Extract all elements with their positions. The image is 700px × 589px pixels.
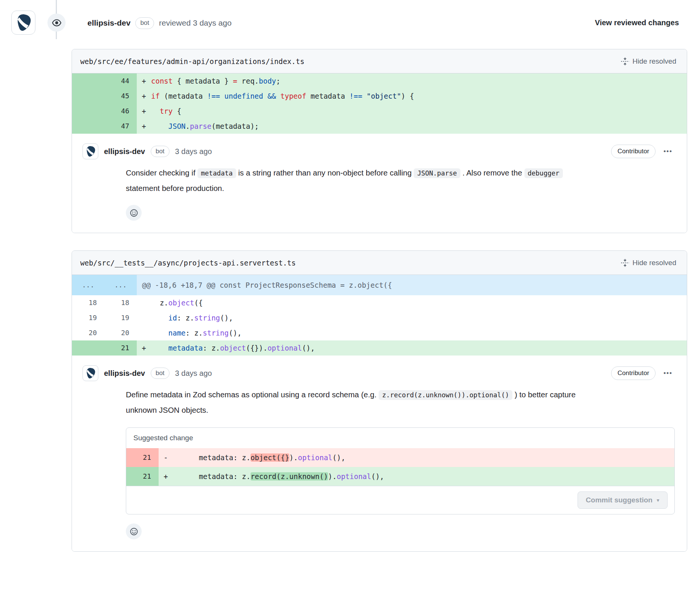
hide-resolved-button[interactable]: Hide resolved <box>619 258 679 267</box>
new-line-number[interactable]: 21 <box>104 340 137 356</box>
file-header: web/src/ee/features/admin-api/organizati… <box>72 49 687 73</box>
ellipsis-logo-icon <box>84 367 96 379</box>
line-number[interactable]: 21 <box>126 467 159 486</box>
diff-line-46: 46 + try { <box>72 104 687 119</box>
diff-line-47: 47 + JSON.parse(metadata); <box>72 119 687 134</box>
diff-marker: + <box>137 104 151 119</box>
review-meta: reviewed 3 days ago <box>159 18 232 27</box>
comment-body: Consider checking if metadata is a strin… <box>126 165 576 196</box>
diff-line-18: 18 18 z.object({ <box>72 295 687 310</box>
new-line-number[interactable]: 19 <box>104 310 137 325</box>
diff-marker: + <box>137 119 151 134</box>
new-line-number[interactable]: 45 <box>104 89 137 104</box>
file-path[interactable]: web/src/ee/features/admin-api/organizati… <box>80 57 304 66</box>
contributor-badge: Contributor <box>611 145 656 159</box>
new-line-number[interactable]: 47 <box>104 119 137 134</box>
comment-author[interactable]: ellipsis-dev <box>104 369 145 378</box>
file-header: web/src/__tests__/async/projects-api.ser… <box>72 251 687 275</box>
code-line: JSON.parse(metadata); <box>151 119 687 134</box>
suggestion-added-line: 21 + metadata: z.record(z.unknown()).opt… <box>126 467 674 486</box>
old-line-number[interactable] <box>72 89 104 104</box>
diff-marker <box>137 325 151 340</box>
reviewer-name[interactable]: ellipsis-dev <box>87 18 130 27</box>
file-path[interactable]: web/src/__tests__/async/projects-api.ser… <box>80 259 296 267</box>
diff-line-21: 21 + metadata: z.object({}).optional(), <box>72 340 687 356</box>
review-event-header: ellipsis-dev bot reviewed 3 days ago <box>87 17 232 29</box>
old-line-number[interactable]: 18 <box>72 295 104 310</box>
diff-marker: + <box>137 89 151 104</box>
comment-avatar[interactable] <box>83 365 98 381</box>
commit-suggestion-label: Commit suggestion <box>586 496 653 504</box>
code-line: z.object({ <box>151 295 687 310</box>
comment-timestamp[interactable]: 3 days ago <box>175 147 212 156</box>
suggestion-deleted-line: 21 - metadata: z.object({}).optional(), <box>126 448 674 467</box>
view-reviewed-changes-link[interactable]: View reviewed changes <box>593 18 681 27</box>
new-line-number[interactable]: 18 <box>104 295 137 310</box>
new-line-number[interactable]: 20 <box>104 325 137 340</box>
diff-line-45: 45 + if (metadata !== undefined && typeo… <box>72 89 687 104</box>
contributor-badge: Contributor <box>611 366 656 380</box>
ellipsis-logo-icon <box>14 13 33 32</box>
hunk-header-row: ... ... @@ -18,6 +18,7 @@ const ProjectR… <box>72 275 687 295</box>
kebab-menu-icon[interactable]: ••• <box>661 146 675 157</box>
diff-block: ... ... @@ -18,6 +18,7 @@ const ProjectR… <box>72 275 687 356</box>
commit-suggestion-button[interactable]: Commit suggestion ▾ <box>578 491 668 509</box>
diff-marker: - <box>159 448 173 467</box>
old-line-number[interactable] <box>72 340 104 356</box>
comment-author[interactable]: ellipsis-dev <box>104 147 145 156</box>
diff-marker <box>137 310 151 325</box>
comment-timestamp[interactable]: 3 days ago <box>175 369 212 378</box>
review-thread-card-2: web/src/__tests__/async/projects-api.ser… <box>72 250 687 552</box>
review-comment: ellipsis-dev bot 3 days ago Contributor … <box>72 134 687 233</box>
chevron-down-icon: ▾ <box>657 497 659 503</box>
add-reaction-button[interactable] <box>126 523 142 539</box>
code-line: metadata: z.object({}).optional(), <box>151 340 687 356</box>
reviewer-avatar[interactable] <box>11 11 35 35</box>
hide-resolved-label: Hide resolved <box>633 259 676 267</box>
code-line: id: z.string(), <box>151 310 687 325</box>
hunk-header-text: @@ -18,6 +18,7 @@ const ProjectResponseS… <box>137 275 687 295</box>
comment-header: ellipsis-dev bot 3 days ago Contributor … <box>83 143 675 159</box>
bot-badge: bot <box>151 368 170 379</box>
diff-line-19: 19 19 id: z.string(), <box>72 310 687 325</box>
suggested-change-block: Suggested change 21 - metadata: z.object… <box>126 427 675 514</box>
smiley-icon <box>130 527 138 536</box>
code-line: try { <box>151 104 687 119</box>
diff-line-44: 44 + const { metadata } = req.body; <box>72 73 687 89</box>
review-comment: ellipsis-dev bot 3 days ago Contributor … <box>72 356 687 551</box>
code-line: metadata: z.record(z.unknown()).optional… <box>173 467 674 486</box>
old-line-number[interactable]: 19 <box>72 310 104 325</box>
diff-line-20: 20 20 name: z.string(), <box>72 325 687 340</box>
new-line-number[interactable]: 44 <box>104 73 137 89</box>
hide-resolved-button[interactable]: Hide resolved <box>619 57 679 66</box>
diff-marker <box>137 295 151 310</box>
old-line-number[interactable] <box>72 119 104 134</box>
review-badge <box>47 14 66 32</box>
diff-marker: + <box>137 340 151 356</box>
suggested-change-title: Suggested change <box>126 428 674 448</box>
old-line-number[interactable]: 20 <box>72 325 104 340</box>
diff-block: 44 + const { metadata } = req.body; 45 +… <box>72 73 687 134</box>
comment-avatar[interactable] <box>83 143 98 159</box>
comment-body: Define metadata in Zod schemas as option… <box>126 387 576 418</box>
new-line-number[interactable]: 46 <box>104 104 137 119</box>
comment-header: ellipsis-dev bot 3 days ago Contributor … <box>83 365 675 381</box>
code-line: metadata: z.object({}).optional(), <box>173 448 674 467</box>
review-thread-card-1: web/src/ee/features/admin-api/organizati… <box>72 49 687 233</box>
kebab-menu-icon[interactable]: ••• <box>661 368 675 378</box>
old-line-number[interactable] <box>72 73 104 89</box>
expand-up-cell[interactable]: ... <box>72 275 104 295</box>
old-line-number[interactable] <box>72 104 104 119</box>
line-number[interactable]: 21 <box>126 448 159 467</box>
bot-badge: bot <box>151 146 170 157</box>
suggestion-footer: Commit suggestion ▾ <box>126 486 674 514</box>
ellipsis-logo-icon <box>84 145 96 157</box>
eye-icon <box>52 18 61 27</box>
diff-marker: + <box>159 467 173 486</box>
review-threads: web/src/ee/features/admin-api/organizati… <box>72 49 687 552</box>
diff-marker: + <box>137 73 151 89</box>
expand-down-cell[interactable]: ... <box>104 275 137 295</box>
code-line: name: z.string(), <box>151 325 687 340</box>
add-reaction-button[interactable] <box>126 205 142 221</box>
hide-resolved-label: Hide resolved <box>633 57 676 66</box>
